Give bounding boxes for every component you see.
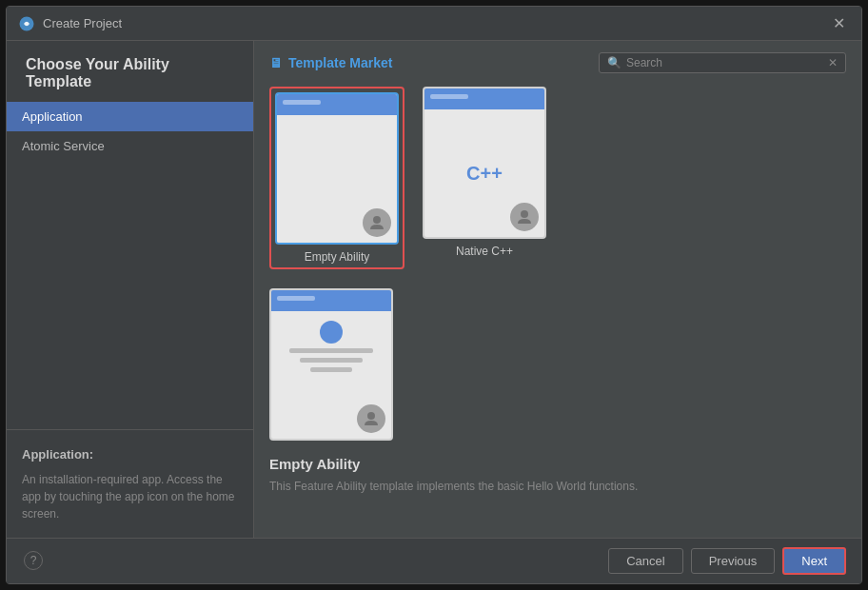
template-detail-section: Empty Ability This Feature Ability templ… xyxy=(269,456,846,506)
right-panel: 🖥 Template Market 🔍 ✕ xyxy=(254,41,861,538)
template-card-native-cpp[interactable]: C++ Native C++ xyxy=(418,87,551,269)
market-title: 🖥 Template Market xyxy=(269,55,392,70)
market-icon: 🖥 xyxy=(269,55,283,70)
detail-line-3 xyxy=(310,367,352,372)
template-label-empty-ability: Empty Ability xyxy=(305,250,370,264)
detail-line-1 xyxy=(289,348,373,353)
template-thumb-empty-ability xyxy=(275,92,399,245)
persona-icon xyxy=(363,208,391,237)
persona-icon-cpp xyxy=(510,203,539,231)
detail-title: Empty Ability xyxy=(269,456,846,472)
persona-svg-cpp xyxy=(516,208,533,226)
description-text: An installation-required app. Access the… xyxy=(22,471,238,522)
cpp-icon: C++ xyxy=(466,163,503,185)
market-header: 🖥 Template Market 🔍 ✕ xyxy=(269,52,846,73)
next-button[interactable]: Next xyxy=(782,547,846,575)
search-clear-icon[interactable]: ✕ xyxy=(828,56,838,69)
previous-button[interactable]: Previous xyxy=(691,548,776,574)
bottom-bar: ? Cancel Previous Next xyxy=(7,538,861,583)
persona-svg-detail xyxy=(363,410,380,427)
template-label-native-cpp: Native C++ xyxy=(456,245,513,258)
thumb-bar-detail xyxy=(271,290,391,311)
sidebar-item-application[interactable]: Application xyxy=(7,102,253,131)
thumb-bar xyxy=(277,94,397,115)
dialog-titlebar: Create Project ✕ xyxy=(7,7,861,41)
right-panel-inner: 🖥 Template Market 🔍 ✕ xyxy=(254,41,861,538)
app-icon xyxy=(18,15,35,32)
template-card-empty-ability-selected[interactable]: Empty Ability xyxy=(269,87,403,269)
dialog-body: Choose Your Ability Template Application… xyxy=(7,41,861,538)
cancel-button[interactable]: Cancel xyxy=(608,548,682,574)
persona-icon-detail xyxy=(357,404,385,433)
description-title: Application: xyxy=(22,445,238,464)
persona-svg xyxy=(368,214,385,231)
dialog-title: Create Project xyxy=(43,16,827,30)
close-button[interactable]: ✕ xyxy=(827,12,850,35)
template-thumb-native-cpp: C++ xyxy=(423,87,546,239)
template-card-empty-ability-2[interactable] xyxy=(269,288,393,441)
templates-grid: Empty Ability C++ xyxy=(269,87,846,269)
create-project-dialog: Create Project ✕ Choose Your Ability Tem… xyxy=(6,6,862,584)
svg-point-2 xyxy=(521,210,528,218)
svg-point-3 xyxy=(367,412,375,420)
help-icon[interactable]: ? xyxy=(24,551,43,570)
search-icon: 🔍 xyxy=(607,56,621,69)
dialog-overlay: Create Project ✕ Choose Your Ability Tem… xyxy=(0,0,868,590)
sidebar-item-atomic-service[interactable]: Atomic Service xyxy=(7,131,253,161)
template-thumb-detail xyxy=(269,288,393,441)
left-description: Application: An installation-required ap… xyxy=(7,429,253,539)
search-box: 🔍 ✕ xyxy=(599,52,846,73)
svg-point-1 xyxy=(373,216,381,224)
templates-grid-row2 xyxy=(269,288,846,441)
left-panel: Choose Your Ability Template Application… xyxy=(7,41,254,538)
panel-heading: Choose Your Ability Template xyxy=(7,41,253,102)
detail-desc: This Feature Ability template implements… xyxy=(269,478,846,495)
detail-dot xyxy=(320,321,343,344)
search-input[interactable] xyxy=(626,56,828,69)
thumb-bar-cpp xyxy=(424,88,544,109)
detail-line-2 xyxy=(300,358,363,363)
